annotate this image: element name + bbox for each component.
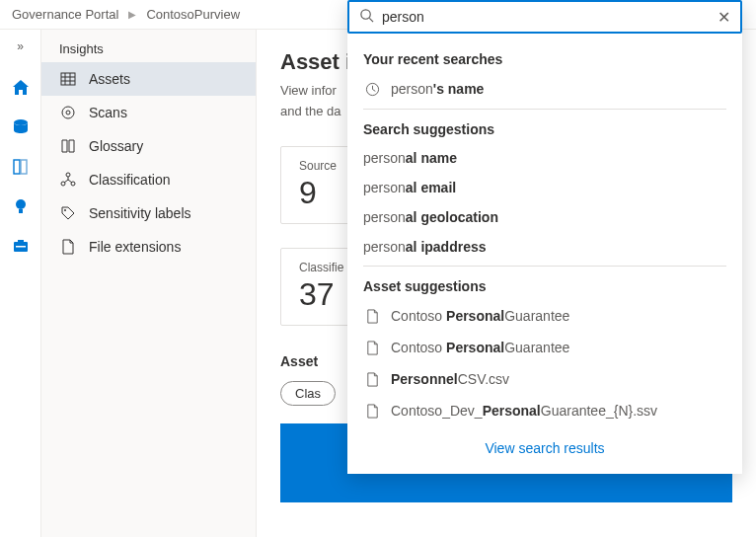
svg-rect-1 <box>14 160 20 174</box>
sidebar-item-label: Scans <box>89 105 127 120</box>
search-box[interactable]: ✕ <box>347 0 742 34</box>
svg-rect-6 <box>18 240 24 243</box>
search-input[interactable] <box>382 9 710 25</box>
asset-item[interactable]: PersonnelCSV.csv <box>347 363 742 395</box>
suggestions-heading: Search suggestions <box>347 114 742 143</box>
sidebar-item-label: Classification <box>89 172 170 188</box>
asset-item[interactable]: Contoso_Dev_PersonalGuarantee_{N}.ssv <box>347 395 742 426</box>
svg-line-20 <box>369 18 373 22</box>
svg-rect-2 <box>21 160 27 174</box>
view-all-results[interactable]: View search results <box>347 426 742 468</box>
sidebar-heading: Insights <box>41 36 256 62</box>
svg-rect-4 <box>19 209 23 213</box>
search-icon <box>359 8 374 26</box>
catalog-icon[interactable] <box>10 156 32 178</box>
svg-point-13 <box>62 107 74 118</box>
asset-item[interactable]: Contoso PersonalGuarantee <box>347 300 742 332</box>
filter-pill[interactable]: Clas <box>280 381 336 406</box>
suggestion-item[interactable]: personal email <box>347 173 742 202</box>
recent-text: person's name <box>391 81 484 97</box>
svg-point-14 <box>66 111 70 115</box>
insights-icon[interactable] <box>10 195 32 217</box>
breadcrumb-item[interactable]: ContosoPurview <box>146 7 240 22</box>
svg-rect-7 <box>16 246 26 248</box>
home-icon[interactable] <box>10 77 32 99</box>
svg-point-19 <box>361 10 370 19</box>
management-icon[interactable] <box>10 235 32 257</box>
sidebar-item-scans[interactable]: Scans <box>41 96 256 129</box>
recent-item[interactable]: person's name <box>347 73 742 105</box>
search-dropdown: Your recent searches person's name Searc… <box>347 34 742 474</box>
assets-heading: Asset suggestions <box>347 270 742 300</box>
file-icon <box>363 307 381 325</box>
book-icon <box>59 137 77 155</box>
data-source-icon[interactable] <box>10 116 32 138</box>
suggestion-item[interactable]: personal ipaddress <box>347 232 742 262</box>
chevron-right-icon: ▶ <box>128 9 136 20</box>
svg-point-3 <box>16 199 26 209</box>
breadcrumb-item[interactable]: Governance Portal <box>12 7 118 22</box>
target-icon <box>59 104 77 121</box>
sidebar-item-glossary[interactable]: Glossary <box>41 129 256 163</box>
history-icon <box>363 80 381 98</box>
suggestion-item[interactable]: personal geolocation <box>347 202 742 232</box>
collapse-toggle[interactable]: » <box>17 39 24 53</box>
sidebar-item-classification[interactable]: Classification <box>41 163 256 196</box>
file-icon <box>59 238 77 256</box>
svg-point-0 <box>14 119 28 125</box>
asset-item[interactable]: Contoso PersonalGuarantee <box>347 332 742 363</box>
file-icon <box>363 402 381 420</box>
svg-point-15 <box>66 173 70 177</box>
sidebar-item-sensitivity[interactable]: Sensitivity labels <box>41 196 256 230</box>
svg-point-18 <box>64 209 66 211</box>
clear-icon[interactable]: ✕ <box>718 8 730 27</box>
file-icon <box>363 339 381 356</box>
tag-icon <box>59 204 77 222</box>
suggestion-item[interactable]: personal name <box>347 143 742 173</box>
sidebar-item-extensions[interactable]: File extensions <box>41 230 256 264</box>
file-icon <box>363 370 381 388</box>
sidebar-item-label: Glossary <box>89 138 143 154</box>
hierarchy-icon <box>59 171 77 189</box>
grid-icon <box>59 70 77 88</box>
search-panel: ✕ Your recent searches person's name Sea… <box>347 0 742 474</box>
sidebar-item-label: Assets <box>89 71 130 87</box>
recent-heading: Your recent searches <box>347 43 742 73</box>
svg-rect-8 <box>61 73 75 85</box>
sidebar: Insights Assets Scans Glossary Classific… <box>41 30 257 537</box>
sidebar-item-assets[interactable]: Assets <box>41 62 256 96</box>
sidebar-item-label: Sensitivity labels <box>89 205 191 221</box>
left-rail: » <box>0 30 41 537</box>
sidebar-item-label: File extensions <box>89 239 181 255</box>
